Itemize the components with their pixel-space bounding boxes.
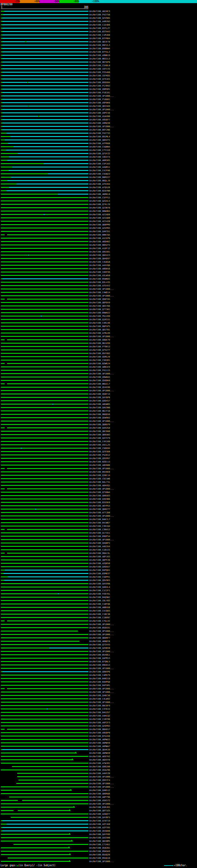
alignment-row[interactable]: UniRef100_C6TCV5: [0, 67, 197, 70]
alignment-row[interactable]: UniRef100_B3TLZ7: [0, 27, 197, 30]
alignment-row[interactable]: UniRef100_Q96280: [0, 765, 197, 768]
alignment-row[interactable]: UniRef100_B9T2N6: [0, 128, 197, 131]
alignment-row[interactable]: UniRef100_A4QR51: [0, 165, 197, 169]
alignment-row[interactable]: UniRef100_B2D113: [0, 460, 197, 463]
alignment-row[interactable]: UniRef100_Q2H0V0: [0, 646, 197, 650]
alignment-row[interactable]: UniRef100_UP1000...: [0, 487, 197, 491]
alignment-row[interactable]: UniRef100_Q4DXU7: [0, 565, 197, 568]
alignment-row[interactable]: UniRef100_Q75DW4: [0, 491, 197, 494]
alignment-row[interactable]: UniRef100_A9UDP0: [0, 731, 197, 734]
alignment-row[interactable]: UniRef100_B0N7Q5: [0, 233, 197, 237]
alignment-row[interactable]: UniRef100_UP1000...: [0, 701, 197, 704]
alignment-row[interactable]: UniRef100_A6RKL6: [0, 192, 197, 196]
alignment-row[interactable]: UniRef100_A6R5R5: [0, 159, 197, 162]
alignment-row[interactable]: UniRef100_UP1000...: [0, 125, 197, 128]
alignment-row[interactable]: UniRef100_C4WD14: [0, 291, 197, 294]
alignment-row[interactable]: UniRef100_UP1000...: [0, 514, 197, 518]
alignment-row[interactable]: UniRef100_A6MWV0: [0, 751, 197, 755]
alignment-row[interactable]: UniRef100_A2SPB3: [0, 226, 197, 230]
alignment-row[interactable]: UniRef100_Q8T3Z5: [0, 809, 197, 812]
alignment-row[interactable]: UniRef100_B7G2U6: [0, 734, 197, 738]
alignment-row[interactable]: UniRef100_Q6BEP9: [0, 423, 197, 426]
alignment-row[interactable]: UniRef100_A7P668: [0, 142, 197, 145]
alignment-row[interactable]: UniRef100_Q86G63: [0, 494, 197, 497]
alignment-row[interactable]: UniRef100_P25460: [0, 70, 197, 74]
alignment-row[interactable]: UniRef100_B6SIL5: [0, 57, 197, 60]
alignment-row[interactable]: UniRef100_C5DPH1: [0, 575, 197, 579]
alignment-row[interactable]: UniRef100_A9P8K6: [0, 101, 197, 104]
alignment-row[interactable]: UniRef100_A8P796: [0, 795, 197, 799]
alignment-row[interactable]: UniRef100_B2WRJ4: [0, 362, 197, 365]
alignment-row[interactable]: UniRef100_Q7XLI9: [0, 203, 197, 206]
alignment-row[interactable]: UniRef100_Q6PDV9: [0, 301, 197, 304]
alignment-row[interactable]: UniRef100_A0N1E9: [0, 365, 197, 369]
alignment-row[interactable]: UniRef100_UP1000...: [0, 785, 197, 788]
alignment-row[interactable]: UniRef100_Q4YBF5: [0, 816, 197, 819]
alignment-row[interactable]: UniRef100_A6N0Y8: [0, 640, 197, 643]
alignment-row[interactable]: UniRef100_C5DEB4: [0, 446, 197, 450]
alignment-row[interactable]: UniRef100_C5PJA3: [0, 162, 197, 165]
alignment-row[interactable]: UniRef100_Q6BPM9: [0, 223, 197, 226]
alignment-row[interactable]: UniRef100_B0WHB4: [0, 209, 197, 213]
alignment-row[interactable]: UniRef100_C5KSR1: [0, 359, 197, 362]
alignment-row[interactable]: UniRef100_Q4Z5R0: [0, 836, 197, 839]
alignment-row[interactable]: UniRef100_B4N318: [0, 677, 197, 680]
alignment-row[interactable]: UniRef100_Q293D0: [0, 450, 197, 453]
alignment-row[interactable]: UniRef100_UP1000...: [0, 802, 197, 805]
alignment-row[interactable]: UniRef100_A1DF12: [0, 247, 197, 250]
alignment-row[interactable]: UniRef100_P52812: [0, 453, 197, 457]
alignment-row[interactable]: UniRef100_Q75277: [0, 348, 197, 352]
alignment-row[interactable]: UniRef100_A4RYN3: [0, 20, 197, 23]
alignment-row[interactable]: UniRef100_B6QLJ9: [0, 179, 197, 182]
alignment-row[interactable]: UniRef100_C3KH12: [0, 528, 197, 531]
alignment-row[interactable]: UniRef100_P16081: [0, 98, 197, 101]
alignment-row[interactable]: UniRef100_B6JU99: [0, 341, 197, 345]
alignment-row[interactable]: UniRef100_C4JFH6: [0, 169, 197, 172]
alignment-row[interactable]: UniRef100_P26781: [0, 592, 197, 595]
alignment-row[interactable]: UniRef100_Q86RQ6: [0, 792, 197, 795]
alignment-row[interactable]: UniRef100_B4HP68: [0, 680, 197, 684]
alignment-row[interactable]: UniRef100_A5AVB0: [0, 115, 197, 118]
alignment-row[interactable]: UniRef100_A4HCQ2: [0, 714, 197, 717]
alignment-row[interactable]: UniRef100_Q72VV5: [0, 643, 197, 646]
alignment-row[interactable]: UniRef100_Q2GXL5: [0, 199, 197, 203]
alignment-row[interactable]: UniRef100_A697H2: [0, 755, 197, 758]
alignment-row[interactable]: UniRef100_Q04D97: [0, 257, 197, 260]
alignment-row[interactable]: UniRef100_A0AVQ1: [0, 484, 197, 487]
alignment-row[interactable]: UniRef100_Q40C56: [0, 694, 197, 697]
alignment-row[interactable]: UniRef100_UP1000...: [0, 94, 197, 98]
alignment-row[interactable]: UniRef100_Q29PB3: [0, 724, 197, 727]
alignment-row[interactable]: UniRef100_B91ML4: [0, 135, 197, 138]
alignment-row[interactable]: UniRef100_Q1K531: [0, 318, 197, 321]
alignment-row[interactable]: UniRef100_Q4DX57: [0, 399, 197, 402]
alignment-row[interactable]: UniRef100_A6MWA7: [0, 745, 197, 748]
alignment-row[interactable]: UniRef100_B4PSM1: [0, 684, 197, 687]
alignment-row[interactable]: UniRef100_A8E6B0: [0, 463, 197, 467]
alignment-row[interactable]: UniRef100_UP1000...: [0, 633, 197, 636]
alignment-row[interactable]: UniRef100_B3TH43: [0, 30, 197, 33]
alignment-row[interactable]: UniRef100_Q5RGJ8: [0, 355, 197, 359]
alignment-row[interactable]: UniRef100_B3RJD5: [0, 805, 197, 809]
alignment-row[interactable]: UniRef100_Q4Y5T9: [0, 436, 197, 440]
alignment-row[interactable]: UniRef100_B7FGL2: [0, 50, 197, 54]
alignment-row[interactable]: UniRef100_B4GZU7: [0, 711, 197, 714]
alignment-row[interactable]: UniRef100_A2IAD0: [0, 216, 197, 220]
alignment-row[interactable]: UniRef100_UP1000...: [0, 538, 197, 541]
alignment-row[interactable]: UniRef100_Q77301: [0, 308, 197, 311]
alignment-row[interactable]: UniRef100_A9PC56: [0, 111, 197, 115]
alignment-row[interactable]: UniRef100_A2F1K8: [0, 823, 197, 826]
alignment-row[interactable]: UniRef100_P41115: [0, 369, 197, 372]
alignment-row[interactable]: UniRef100_C1MJD0: [0, 33, 197, 37]
alignment-row[interactable]: UniRef100_UP1000...: [0, 860, 197, 863]
alignment-row[interactable]: UniRef100_B4PQH1: [0, 568, 197, 572]
alignment-row[interactable]: UniRef100_A6MW22: [0, 738, 197, 741]
alignment-row[interactable]: UniRef100_B3M037: [0, 572, 197, 575]
alignment-row[interactable]: UniRef100_C4R146: [0, 321, 197, 324]
alignment-row[interactable]: UniRef100_Q9DE79: [0, 338, 197, 341]
alignment-row[interactable]: UniRef100_A7TJD0: [0, 511, 197, 514]
alignment-row[interactable]: UniRef100_A7E4V2: [0, 284, 197, 287]
alignment-row[interactable]: UniRef100_Q8IBM5: [0, 839, 197, 843]
alignment-row[interactable]: UniRef100_UP1000...: [0, 623, 197, 626]
alignment-row[interactable]: UniRef100_A6DH02: [0, 240, 197, 243]
alignment-row[interactable]: UniRef100_Q9W0A5: [0, 375, 197, 379]
